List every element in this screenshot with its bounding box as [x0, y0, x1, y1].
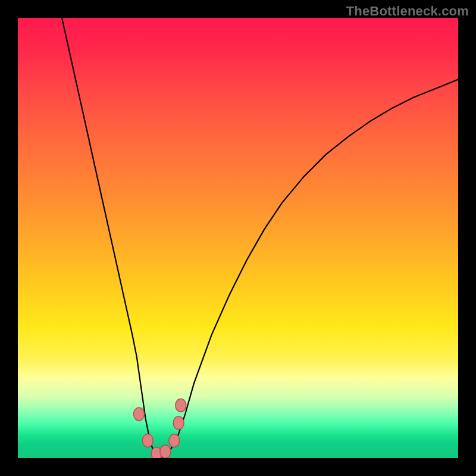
bottleneck-curve-svg: [18, 18, 458, 458]
curve-marker: [173, 416, 184, 430]
curve-marker: [176, 399, 186, 412]
curve-markers: [134, 399, 186, 458]
curve-marker: [160, 445, 171, 458]
curve-marker: [142, 434, 153, 447]
chart-plot-area: [18, 18, 458, 458]
curve-marker: [169, 434, 180, 447]
bottleneck-curve-path: [62, 18, 458, 458]
curve-marker: [134, 408, 145, 421]
watermark-text: TheBottleneck.com: [346, 4, 469, 19]
